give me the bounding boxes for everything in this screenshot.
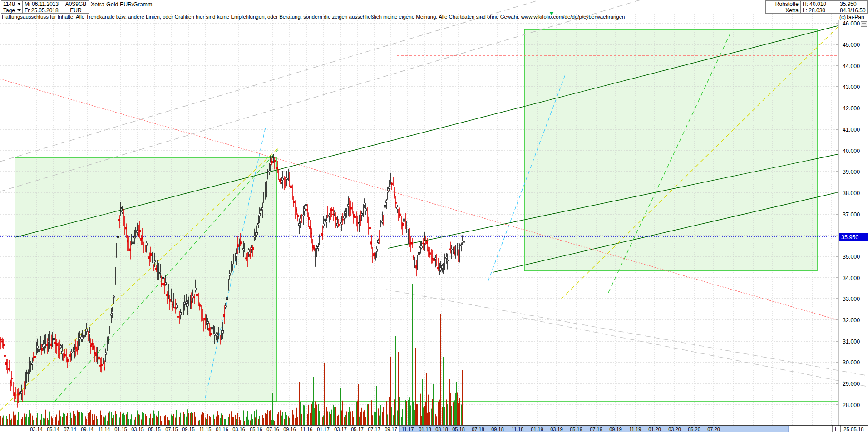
wkn-cell: A0S9GB <box>63 0 89 7</box>
svg-text:07.15: 07.15 <box>165 427 178 432</box>
svg-text:11.14: 11.14 <box>98 427 110 432</box>
svg-text:01.15: 01.15 <box>114 427 127 432</box>
svg-text:09.14: 09.14 <box>81 427 94 432</box>
svg-text:11.19: 11.19 <box>629 427 641 432</box>
svg-text:01.16: 01.16 <box>216 427 228 432</box>
last-price-cell: 35.950 <box>838 0 868 7</box>
axis-end-date: 25.05.18 <box>843 427 864 432</box>
taipan-chart-window: 46.00045.00044.00043.00042.00041.00040.0… <box>0 0 868 432</box>
svg-text:07.19: 07.19 <box>590 427 602 432</box>
svg-text:07.17: 07.17 <box>368 427 380 432</box>
high-cell: H: 40.010 <box>800 0 838 7</box>
svg-text:09.19: 09.19 <box>609 427 622 432</box>
bar-count-dropdown[interactable]: 1148 <box>1 0 23 7</box>
svg-text:05.20: 05.20 <box>688 427 700 432</box>
svg-text:46.000: 46.000 <box>843 20 860 27</box>
svg-text:28.000: 28.000 <box>843 402 860 408</box>
low-cell: L: 28.030 <box>800 7 838 14</box>
svg-text:30.000: 30.000 <box>843 359 860 366</box>
category-cell: Rohstoffe <box>765 0 801 7</box>
svg-text:35.000: 35.000 <box>843 254 860 260</box>
disclaimer-text: Haftungsausschluss für Inhalte: Alle Tre… <box>2 14 625 20</box>
currency-cell: EUR <box>63 7 89 14</box>
svg-text:03.16: 03.16 <box>232 427 245 432</box>
period-value: Tage <box>3 7 15 14</box>
restore-window-button[interactable] <box>861 21 867 27</box>
chevron-down-icon <box>17 3 21 5</box>
symbol-name: Xetra-Gold EUR/Gramm <box>91 1 152 8</box>
svg-text:42.000: 42.000 <box>843 105 860 112</box>
svg-text:07.20: 07.20 <box>707 427 720 432</box>
period-dropdown[interactable]: Tage <box>1 7 23 14</box>
last-date-cell: Fr 25.05.2018 <box>22 7 63 14</box>
svg-text:05.19: 05.19 <box>570 427 582 432</box>
svg-text:11.15: 11.15 <box>199 427 212 432</box>
svg-text:40.000: 40.000 <box>843 148 860 154</box>
svg-text:05.14: 05.14 <box>47 427 59 432</box>
svg-text:03.15: 03.15 <box>131 427 144 432</box>
svg-text:03.18: 03.18 <box>435 427 448 432</box>
svg-text:03.17: 03.17 <box>334 427 347 432</box>
svg-text:05.18: 05.18 <box>452 427 465 432</box>
svg-text:01.18: 01.18 <box>419 427 431 432</box>
svg-text:09.15: 09.15 <box>182 427 195 432</box>
gray-dashed-lower-a[interactable] <box>386 290 868 376</box>
svg-text:38.000: 38.000 <box>843 190 860 196</box>
stat-cell: 84.8/16.50 <box>838 7 868 14</box>
svg-text:44.000: 44.000 <box>843 63 860 69</box>
svg-text:11.18: 11.18 <box>512 427 524 432</box>
svg-text:31.000: 31.000 <box>843 339 860 345</box>
svg-text:34.000: 34.000 <box>843 275 860 281</box>
svg-text:33.000: 33.000 <box>843 296 860 302</box>
svg-text:01.17: 01.17 <box>317 427 330 432</box>
svg-text:01.19: 01.19 <box>531 427 543 432</box>
svg-text:09.17: 09.17 <box>385 427 397 432</box>
svg-text:03.20: 03.20 <box>668 427 681 432</box>
date-axis: 03.1405.1407.1409.1411.1401.1503.1505.15… <box>0 425 868 432</box>
svg-text:29.000: 29.000 <box>843 381 860 387</box>
trend-box-2014-2016[interactable] <box>15 158 277 402</box>
svg-text:41.000: 41.000 <box>843 127 860 133</box>
gray-dashed-lower-b[interactable] <box>522 318 868 387</box>
svg-text:39.000: 39.000 <box>843 169 860 175</box>
svg-text:37.000: 37.000 <box>843 211 860 218</box>
svg-text:05.17: 05.17 <box>351 427 364 432</box>
svg-text:45.000: 45.000 <box>843 42 860 48</box>
svg-text:03.14: 03.14 <box>30 427 43 432</box>
chevron-down-icon <box>17 9 21 11</box>
svg-text:43.000: 43.000 <box>843 84 860 90</box>
svg-text:05.15: 05.15 <box>148 427 161 432</box>
copyright-label: (c)Tai-Pan <box>839 14 864 20</box>
current-price-label: 35.950 <box>841 234 858 241</box>
svg-text:01.20: 01.20 <box>648 427 661 432</box>
svg-text:05.16: 05.16 <box>250 427 262 432</box>
svg-text:11.16: 11.16 <box>301 427 313 432</box>
axis-end-marker: L <box>835 427 838 432</box>
price-axis: 46.00045.00044.00043.00042.00041.00040.0… <box>836 20 860 432</box>
bar-count-value: 1148 <box>3 1 15 7</box>
price-chart-canvas[interactable]: 46.00045.00044.00043.00042.00041.00040.0… <box>0 0 868 432</box>
gray-dashed-upper-a[interactable] <box>0 0 539 162</box>
svg-text:07.18: 07.18 <box>472 427 484 432</box>
svg-text:09.16: 09.16 <box>283 427 296 432</box>
first-date-cell: Mi 06.11.2013 <box>22 0 63 7</box>
svg-text:03.19: 03.19 <box>550 427 563 432</box>
trend-boxes <box>15 29 817 402</box>
svg-text:09.18: 09.18 <box>491 427 504 432</box>
svg-text:11.17: 11.17 <box>402 427 414 432</box>
svg-text:32.000: 32.000 <box>843 317 860 324</box>
svg-text:07.16: 07.16 <box>266 427 279 432</box>
svg-text:07.14: 07.14 <box>64 427 76 432</box>
exchange-cell: Xetra <box>765 7 801 14</box>
